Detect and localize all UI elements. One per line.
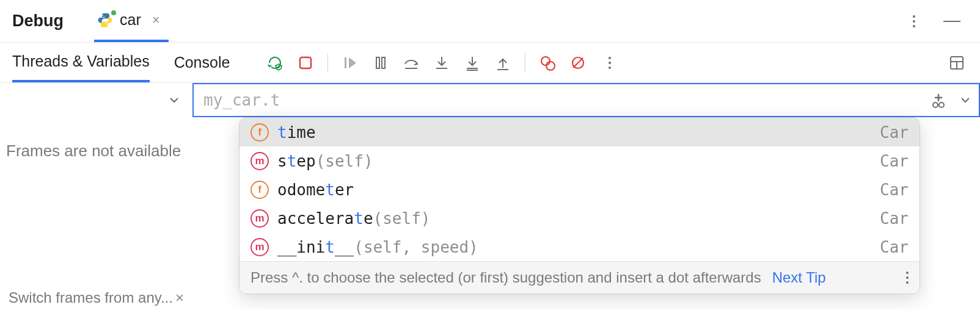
completion-item[interactable]: mstep(self)Car bbox=[240, 146, 920, 175]
completion-menu-icon[interactable] bbox=[906, 272, 909, 284]
frames-unavailable-label: Frames are not available bbox=[0, 117, 192, 160]
completion-footer: Press ^. to choose the selected (or firs… bbox=[240, 261, 920, 294]
options-icon[interactable] bbox=[904, 12, 924, 31]
tab-threads-variables[interactable]: Threads & Variables bbox=[12, 43, 150, 82]
step-into-icon[interactable] bbox=[433, 54, 450, 71]
svg-point-18 bbox=[541, 57, 550, 65]
method-icon: m bbox=[250, 152, 269, 170]
variables-panel: ftimeCarmstep(self)CarfodometerCarmaccel… bbox=[192, 83, 980, 310]
completion-item[interactable]: fodometerCar bbox=[240, 175, 920, 204]
svg-line-4 bbox=[275, 65, 276, 66]
field-icon: f bbox=[250, 181, 269, 199]
resume-icon[interactable] bbox=[342, 54, 359, 71]
close-tab-icon[interactable]: × bbox=[152, 12, 160, 28]
completion-class: Car bbox=[880, 152, 909, 170]
run-config-tab[interactable]: car × bbox=[94, 0, 169, 42]
completion-class: Car bbox=[880, 181, 909, 199]
debug-toolbar bbox=[266, 53, 620, 73]
debugger-main: Frames are not available Switch frames f… bbox=[0, 83, 980, 310]
method-icon: m bbox=[250, 209, 269, 228]
completion-item[interactable]: maccelerate(self)Car bbox=[240, 204, 920, 232]
chevron-down-icon bbox=[168, 94, 180, 106]
completion-name: odometer bbox=[277, 181, 354, 199]
tool-window-title[interactable]: Debug bbox=[12, 12, 64, 31]
completion-params: (self, speed) bbox=[354, 238, 478, 256]
minimize-icon[interactable] bbox=[942, 12, 962, 31]
view-breakpoints-icon[interactable] bbox=[539, 54, 556, 71]
completion-name: __init__ bbox=[277, 238, 354, 256]
step-over-icon[interactable] bbox=[403, 54, 420, 71]
svg-point-3 bbox=[277, 66, 280, 68]
completion-item[interactable]: ftimeCar bbox=[240, 118, 920, 146]
step-into-my-code-icon[interactable] bbox=[464, 54, 481, 71]
svg-rect-6 bbox=[300, 57, 311, 68]
field-icon: f bbox=[250, 123, 269, 142]
completion-popup: ftimeCarmstep(self)CarfodometerCarmaccel… bbox=[239, 117, 920, 294]
completion-params: (self) bbox=[316, 152, 373, 170]
completion-class: Car bbox=[880, 209, 909, 228]
completion-class: Car bbox=[880, 123, 909, 142]
add-watch-icon[interactable] bbox=[930, 92, 947, 109]
thread-selector[interactable] bbox=[0, 83, 192, 117]
completion-tip-text: Press ^. to choose the selected (or firs… bbox=[250, 269, 761, 286]
close-hint-icon[interactable]: × bbox=[175, 289, 184, 306]
layout-settings-icon[interactable] bbox=[948, 54, 965, 71]
switch-frames-hint: Switch frames from any... × bbox=[9, 289, 184, 306]
mute-breakpoints-icon[interactable] bbox=[569, 54, 587, 71]
completion-name: time bbox=[277, 123, 316, 142]
completion-name: step bbox=[277, 152, 316, 170]
switch-frames-text: Switch frames from any... bbox=[9, 289, 173, 306]
next-tip-link[interactable]: Next Tip bbox=[772, 269, 826, 286]
stop-icon[interactable] bbox=[297, 54, 314, 71]
svg-rect-8 bbox=[376, 57, 379, 68]
header-actions bbox=[904, 12, 968, 31]
tab-console[interactable]: Console bbox=[174, 43, 230, 82]
method-icon: m bbox=[250, 238, 269, 256]
run-config-label: car bbox=[120, 11, 141, 29]
pause-icon[interactable] bbox=[372, 54, 389, 71]
status-badge-icon bbox=[110, 9, 117, 16]
completion-class: Car bbox=[880, 238, 909, 256]
tool-window-header: Debug car × bbox=[0, 0, 980, 43]
evaluate-expression-field[interactable] bbox=[192, 83, 980, 117]
expression-input[interactable] bbox=[203, 91, 930, 109]
history-chevron-icon[interactable] bbox=[959, 94, 971, 106]
completion-item[interactable]: m__init__(self, speed)Car bbox=[240, 232, 920, 261]
svg-line-5 bbox=[281, 65, 282, 66]
step-out-icon[interactable] bbox=[494, 54, 511, 71]
more-actions-icon[interactable] bbox=[600, 53, 620, 73]
frames-panel: Frames are not available Switch frames f… bbox=[0, 83, 192, 310]
svg-point-28 bbox=[939, 103, 944, 107]
svg-point-27 bbox=[933, 103, 938, 107]
svg-point-1 bbox=[107, 24, 108, 25]
svg-rect-9 bbox=[382, 57, 385, 68]
svg-point-0 bbox=[102, 15, 103, 16]
debugger-subtabs: Threads & Variables Console bbox=[0, 43, 980, 83]
completion-name: accelerate bbox=[277, 209, 373, 228]
svg-point-19 bbox=[546, 62, 555, 70]
python-icon bbox=[97, 12, 114, 29]
rerun-icon[interactable] bbox=[266, 54, 283, 71]
svg-rect-7 bbox=[345, 57, 346, 68]
completion-params: (self) bbox=[373, 209, 431, 228]
